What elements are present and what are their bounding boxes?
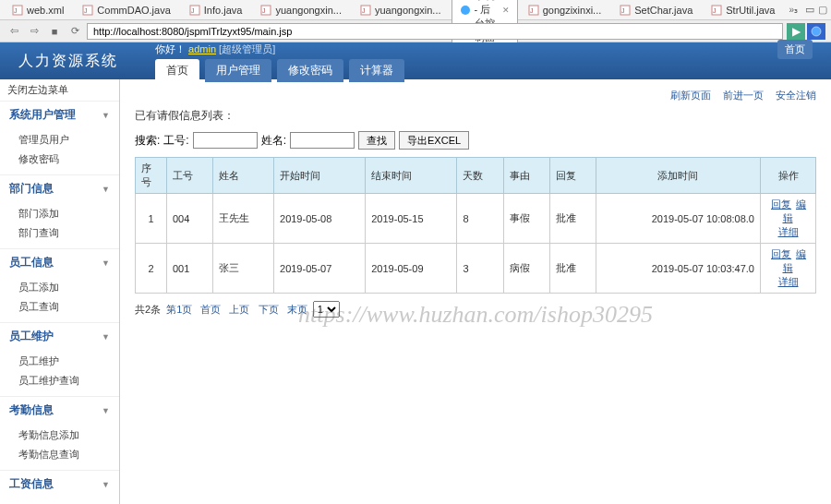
search-bar: 搜索: 工号: 姓名: 查找 导出EXCEL: [135, 131, 816, 150]
ops-cell: 回复 编辑详细: [761, 244, 816, 294]
svg-text:J: J: [362, 7, 366, 14]
export-excel-button[interactable]: 导出EXCEL: [399, 131, 469, 150]
column-header: 工号: [167, 158, 213, 194]
menu-item[interactable]: 工资信息添加: [0, 499, 119, 504]
logout-link[interactable]: 安全注销: [776, 90, 816, 101]
stop-button[interactable]: ■: [46, 23, 63, 40]
table-cell: 批准: [549, 194, 596, 244]
ide-tab-label: yuangongxin...: [275, 5, 342, 16]
pager-next[interactable]: 下页: [259, 304, 279, 315]
xingming-input[interactable]: [290, 132, 355, 149]
menu-item[interactable]: 员工查询: [0, 297, 119, 317]
pager-total: 共2条: [135, 304, 161, 315]
ide-tab-label: CommDAO.java: [97, 5, 170, 16]
column-header: 事由: [503, 158, 549, 194]
reply-link[interactable]: 回复: [771, 198, 791, 210]
table-cell: 王先生: [213, 194, 274, 244]
gonghao-label: 工号:: [163, 133, 188, 149]
svg-text:J: J: [14, 7, 18, 14]
column-header: 天数: [457, 158, 503, 194]
welcome-text: 你好！ admin [超级管理员]: [155, 42, 275, 56]
menu-item[interactable]: 管理员用户: [0, 130, 119, 150]
pager-current: 第1页: [166, 304, 192, 315]
pager-prev[interactable]: 上页: [229, 304, 249, 315]
menu-group-title[interactable]: 员工维护▼: [0, 323, 119, 350]
tab-more-icon[interactable]: »₃: [789, 5, 798, 15]
pager-last[interactable]: 末页: [287, 304, 307, 315]
current-user-link[interactable]: admin: [188, 43, 216, 54]
table-cell: 2: [136, 244, 167, 294]
ide-tab-label: SetChar.java: [634, 5, 692, 16]
go-button[interactable]: ▶: [787, 23, 805, 40]
menu-item[interactable]: 考勤信息查询: [0, 445, 119, 464]
menu-group-title[interactable]: 部门信息▼: [0, 175, 119, 202]
column-header: 操作: [761, 158, 816, 194]
chevron-down-icon: ▼: [102, 480, 110, 489]
chevron-down-icon: ▼: [102, 332, 110, 342]
refresh-page-link[interactable]: 刷新页面: [670, 90, 711, 101]
table-cell: 2019-05-07 10:08:08.0: [596, 194, 760, 244]
menu-group-title[interactable]: 员工信息▼: [0, 249, 119, 276]
chevron-down-icon: ▼: [102, 111, 110, 120]
gonghao-input[interactable]: [193, 132, 258, 149]
menu-item[interactable]: 员工维护查询: [0, 371, 119, 390]
forward-page-link[interactable]: 前进一页: [723, 90, 764, 101]
xml-file-icon: J: [12, 5, 23, 16]
column-header: 添加时间: [596, 158, 760, 194]
search-button[interactable]: 查找: [358, 131, 395, 150]
menu-item[interactable]: 部门查询: [0, 223, 119, 243]
table-cell: 1: [136, 194, 167, 244]
detail-link[interactable]: 详细: [778, 226, 799, 237]
menu-item[interactable]: 考勤信息添加: [0, 426, 119, 445]
menu-group-title[interactable]: 系统用户管理▼: [0, 102, 119, 128]
table-row: 1004王先生2019-05-082019-05-158事假批准2019-05-…: [136, 194, 816, 244]
column-header: 回复: [549, 158, 596, 194]
minimize-icon[interactable]: ▭: [805, 4, 814, 16]
chevron-down-icon: ▼: [102, 258, 110, 268]
table-cell: 2019-05-15: [366, 194, 457, 244]
menu-item[interactable]: 部门添加: [0, 204, 119, 223]
table-cell: 8: [457, 194, 503, 244]
svg-text:J: J: [262, 7, 266, 14]
pager-select[interactable]: 1: [313, 301, 340, 318]
leave-table: 序号工号姓名开始时间结束时间天数事由回复添加时间操作 1004王先生2019-0…: [135, 157, 816, 294]
svg-text:J: J: [713, 7, 717, 14]
table-row: 2001张三2019-05-072019-05-093病假批准2019-05-0…: [136, 244, 816, 294]
close-sidebar-button[interactable]: 关闭左边菜单: [0, 79, 119, 102]
app-logo: 人力资源系统: [18, 52, 118, 71]
pager-home[interactable]: 首页: [200, 304, 221, 315]
ide-tab-label: web.xml: [27, 5, 64, 16]
svg-text:J: J: [191, 7, 195, 14]
ide-tab-label: yuangongxin...: [375, 5, 441, 16]
svg-point-17: [812, 27, 821, 36]
menu-group-title[interactable]: 工资信息▼: [0, 471, 119, 498]
table-cell: 病假: [503, 244, 549, 294]
main-content: 刷新页面 前进一页 安全注销 已有请假信息列表： 搜索: 工号: 姓名: 查找 …: [120, 79, 831, 504]
refresh-button[interactable]: ⟳: [66, 23, 83, 40]
url-input[interactable]: [87, 23, 783, 40]
java-file-icon: J: [711, 5, 722, 16]
svg-text:J: J: [530, 7, 534, 14]
table-cell: 2019-05-09: [366, 244, 457, 294]
column-header: 开始时间: [274, 158, 366, 194]
ide-tab-label: Info.java: [204, 5, 243, 16]
detail-link[interactable]: 详细: [778, 276, 799, 287]
forward-button[interactable]: ⇨: [26, 23, 42, 40]
ide-tab-bar: Jweb.xmlJCommDAO.javaJInfo.javaJyuangong…: [0, 0, 831, 20]
close-tab-icon[interactable]: ✕: [502, 6, 510, 15]
menu-item[interactable]: 修改密码: [0, 150, 119, 169]
java-file-icon: J: [260, 5, 271, 16]
menu-group-title[interactable]: 考勤信息▼: [0, 397, 119, 424]
reply-link[interactable]: 回复: [771, 248, 791, 259]
back-button[interactable]: ⇦: [6, 23, 22, 40]
globe-icon: [460, 5, 471, 16]
table-cell: 2019-05-07: [274, 244, 366, 294]
sidebar: 关闭左边菜单 系统用户管理▼管理员用户修改密码部门信息▼部门添加部门查询员工信息…: [0, 79, 120, 504]
menu-item[interactable]: 员工添加: [0, 278, 119, 297]
menu-item[interactable]: 员工维护: [0, 352, 119, 371]
chevron-down-icon: ▼: [102, 406, 110, 415]
globe-button[interactable]: [807, 23, 825, 40]
java-file-icon: J: [360, 5, 371, 16]
maximize-icon[interactable]: ▢: [818, 4, 827, 16]
home-link[interactable]: 首页: [777, 40, 813, 59]
